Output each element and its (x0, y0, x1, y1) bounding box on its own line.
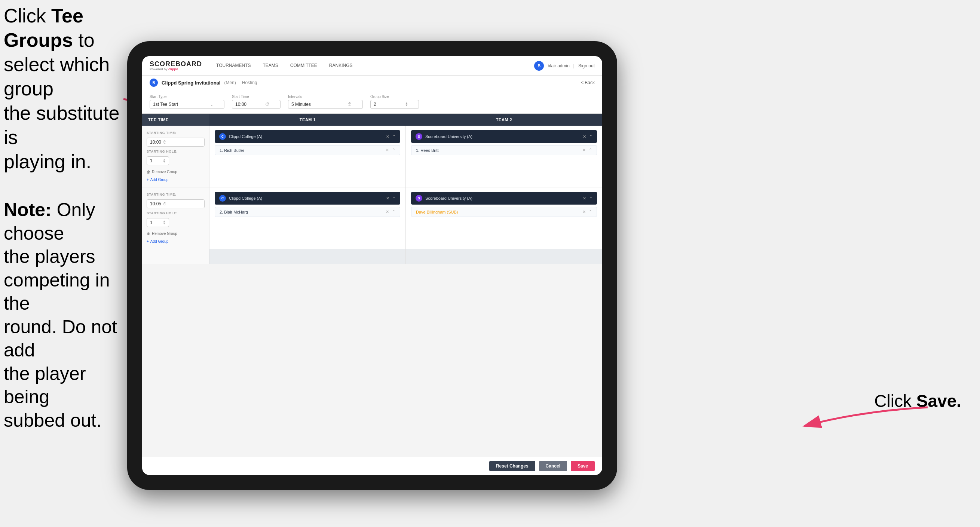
footer-bar: Reset Changes Cancel Save (142, 457, 602, 475)
breadcrumb-icon: B (150, 78, 158, 87)
trash-icon: 🗑 (146, 170, 150, 174)
header-team1: Team 1 (210, 114, 406, 126)
sign-out-link[interactable]: Sign out (578, 63, 595, 68)
tournament-title: Clippd Spring Invitational (162, 80, 220, 86)
player-actions-2-2: ✕ ⌃ (582, 209, 592, 214)
team1-name-1: Clippd College (A) (229, 134, 383, 139)
breadcrumb-bar: B Clippd Spring Invitational (Men) Hosti… (142, 76, 602, 90)
navbar: SCOREBOARD Powered by clippd TOURNAMENTS… (142, 56, 602, 76)
remove-group-button-1[interactable]: 🗑 Remove Group (146, 170, 205, 174)
team2-cell-1: S Scoreboard University (A) ✕ ⌃ 1. Rees … (406, 126, 602, 187)
tablet-screen: SCOREBOARD Powered by clippd TOURNAMENTS… (142, 56, 602, 475)
player-name-2-2: Dave Billingham (SUB) (416, 210, 579, 214)
intervals-label: Intervals (288, 95, 363, 99)
team2-row-1[interactable]: S Scoreboard University (A) ✕ ⌃ (411, 130, 597, 143)
avatar: B (534, 61, 544, 71)
tournament-subtitle: (Men) (224, 80, 235, 85)
settings-row: Start Type 1st Tee Start ⌄ Start Time 10… (142, 90, 602, 114)
tablet-frame: SCOREBOARD Powered by clippd TOURNAMENTS… (127, 41, 617, 490)
x-icon[interactable]: ✕ (386, 209, 389, 214)
chevron-icon[interactable]: ⌃ (392, 196, 396, 201)
team1-cell-1: C Clippd College (A) ✕ ⌃ 1. Rich Butler … (210, 126, 406, 187)
group-size-field: Group Size 2 ▲▼ (370, 95, 419, 109)
header-tee-time: Tee Time (142, 114, 210, 126)
chevron-icon[interactable]: ⌃ (589, 196, 592, 201)
player-actions-2-1: ✕ ⌃ (582, 148, 592, 153)
player-row-1-1[interactable]: 1. Rich Butler ✕ ⌃ (215, 145, 400, 155)
add-group-button-1[interactable]: + Add Group (146, 178, 205, 182)
instruction-text: Click Tee Groups to select which group t… (4, 4, 120, 174)
start-time-input[interactable]: 10:00 ⏱ (232, 100, 280, 109)
team1-row-2[interactable]: C Clippd College (A) ✕ ⌃ (215, 192, 400, 205)
table-header-row: Tee Time Team 1 Team 2 (142, 114, 602, 126)
player-actions-1-1: ✕ ⌃ (386, 148, 395, 153)
x-icon[interactable]: ✕ (583, 196, 586, 201)
back-link[interactable]: < Back (581, 80, 595, 85)
x-icon[interactable]: ✕ (583, 134, 586, 139)
add-group-button-2[interactable]: + Add Group (146, 239, 205, 244)
team1-name-2: Clippd College (A) (229, 196, 383, 201)
cancel-button[interactable]: Cancel (539, 461, 567, 471)
nav-tournaments[interactable]: TOURNAMENTS (211, 61, 256, 71)
starting-hole-input-2[interactable]: 1 ▲▼ (146, 218, 169, 227)
start-type-input[interactable]: 1st Tee Start ⌄ (150, 100, 224, 109)
header-team2: Team 2 (406, 114, 602, 126)
nav-committee[interactable]: COMMITTEE (285, 61, 323, 71)
starting-hole-input-1[interactable]: 1 ▲▼ (146, 156, 169, 165)
starting-time-input-1[interactable]: 10:00 ⏱ (146, 138, 205, 146)
x-icon[interactable]: ✕ (582, 148, 586, 153)
x-icon[interactable]: ✕ (386, 148, 389, 153)
chevron-icon[interactable]: ⌃ (392, 148, 395, 153)
logo-powered: Powered by clippd (150, 67, 202, 71)
logo-area: SCOREBOARD Powered by clippd (150, 61, 202, 71)
starting-time-input-2[interactable]: 10:05 ⏱ (146, 199, 205, 209)
x-icon[interactable]: ✕ (582, 209, 586, 214)
tee-time-cell-1: STARTING TIME: 10:00 ⏱ STARTING HOLE: 1 … (142, 126, 210, 187)
team1-row-1[interactable]: C Clippd College (A) ✕ ⌃ (215, 130, 400, 143)
player-row-2-2[interactable]: Dave Billingham (SUB) ✕ ⌃ (411, 207, 597, 217)
x-icon[interactable]: ✕ (386, 134, 390, 139)
team1-cell-2: C Clippd College (A) ✕ ⌃ 2. Blair McHarg… (210, 187, 406, 249)
reset-changes-button[interactable]: Reset Changes (489, 461, 535, 471)
user-name: blair admin (547, 63, 570, 68)
starting-hole-label-2: STARTING HOLE: (146, 211, 205, 215)
start-type-field: Start Type 1st Tee Start ⌄ (150, 95, 224, 109)
player-name-1-1: 1. Rich Butler (220, 148, 383, 153)
tee-row: STARTING TIME: 10:00 ⏱ STARTING HOLE: 1 … (142, 126, 602, 187)
separator: | (573, 63, 574, 68)
chevron-icon[interactable]: ⌃ (589, 209, 592, 214)
chevron-up-icon[interactable]: ⌃ (392, 134, 396, 139)
player-row-1-2[interactable]: 2. Blair McHarg ✕ ⌃ (215, 207, 400, 217)
starting-time-label-1: STARTING TIME: (146, 131, 205, 135)
chevron-icon[interactable]: ⌃ (589, 148, 592, 153)
click-save-label: Click Save. (874, 391, 961, 411)
team2-name-2: Scoreboard University (A) (425, 196, 580, 201)
team2-icon-2: S (415, 195, 422, 202)
team2-actions-1: ✕ ⌃ (583, 134, 592, 139)
tee-table: Tee Time Team 1 Team 2 STARTING TIME: 10… (142, 114, 602, 457)
remove-group-button-2[interactable]: 🗑 Remove Group (146, 231, 205, 236)
player-name-2-1: 1. Rees Britt (416, 148, 579, 153)
intervals-input[interactable]: 5 Minutes ⏱ (288, 100, 363, 109)
nav-teams[interactable]: TEAMS (257, 61, 283, 71)
team2-actions-2: ✕ ⌃ (583, 196, 592, 201)
chevron-icon[interactable]: ⌃ (589, 134, 592, 139)
group-size-input[interactable]: 2 ▲▼ (370, 100, 419, 109)
nav-user: B blair admin | Sign out (534, 61, 595, 71)
trash-icon: 🗑 (146, 231, 150, 236)
team2-row-2[interactable]: S Scoreboard University (A) ✕ ⌃ (411, 192, 597, 205)
player-row-2-1[interactable]: 1. Rees Britt ✕ ⌃ (411, 145, 597, 155)
start-type-label: Start Type (150, 95, 224, 99)
team1-icon-2: C (219, 195, 226, 202)
nav-rankings[interactable]: RANKINGS (324, 61, 358, 71)
team1-actions-1: ✕ ⌃ (386, 134, 396, 139)
player-actions-1-2: ✕ ⌃ (386, 209, 395, 214)
team1-icon-1: C (219, 133, 226, 140)
chevron-icon[interactable]: ⌃ (392, 209, 395, 214)
x-icon[interactable]: ✕ (386, 196, 390, 201)
team2-name-1: Scoreboard University (A) (425, 134, 580, 139)
save-button[interactable]: Save (571, 461, 595, 471)
tee-time-cell-2: STARTING TIME: 10:05 ⏱ STARTING HOLE: 1 … (142, 187, 210, 249)
hosting-badge: Hosting (242, 80, 257, 85)
logo-scoreboard: SCOREBOARD (150, 61, 202, 67)
